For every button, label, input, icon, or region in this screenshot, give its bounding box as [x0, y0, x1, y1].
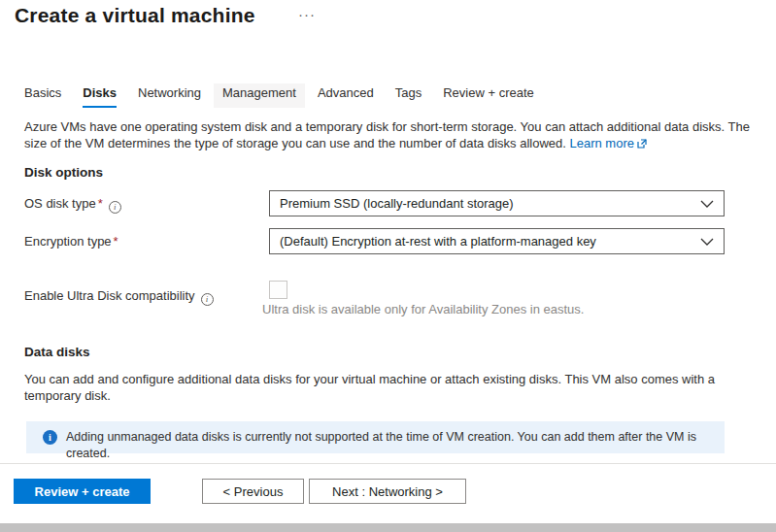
review-create-button[interactable]: Review + create	[14, 479, 151, 504]
chevron-down-icon	[700, 200, 714, 208]
info-banner-icon: i	[43, 430, 57, 445]
encryption-type-label-text: Encryption type	[24, 234, 112, 249]
wizard-tabs: Basics Disks Networking Management Advan…	[24, 83, 556, 108]
os-disk-type-value: Premium SSD (locally-redundant storage)	[280, 196, 692, 211]
encryption-type-label: Encryption type*	[24, 234, 118, 249]
wizard-footer: Review + create < Previous Next : Networ…	[0, 463, 776, 523]
os-disk-type-label: OS disk type*i	[24, 196, 121, 214]
tab-disks[interactable]: Disks	[83, 83, 117, 108]
encryption-type-dropdown[interactable]: (Default) Encryption at-rest with a plat…	[269, 228, 725, 254]
next-networking-button[interactable]: Next : Networking >	[309, 479, 466, 504]
info-banner: i Adding unmanaged data disks is current…	[26, 421, 725, 453]
data-disks-heading: Data disks	[24, 345, 90, 359]
tab-advanced[interactable]: Advanced	[318, 83, 374, 108]
tab-review-create[interactable]: Review + create	[443, 83, 534, 108]
ultra-disk-label-text: Enable Ultra Disk compatibility	[24, 288, 195, 303]
taskbar-strip	[0, 523, 776, 532]
data-disks-description: You can add and configure additional dat…	[24, 371, 762, 404]
chevron-down-icon	[700, 238, 714, 246]
external-link-icon	[637, 139, 647, 149]
previous-button[interactable]: < Previous	[202, 479, 304, 504]
more-actions-button[interactable]: ···	[298, 6, 316, 22]
ultra-disk-label: Enable Ultra Disk compatibilityi	[24, 288, 214, 306]
learn-more-label: Learn more	[570, 136, 634, 150]
learn-more-link[interactable]: Learn more	[570, 136, 647, 150]
required-asterisk: *	[98, 196, 103, 211]
disks-intro-text: Azure VMs have one operating system disk…	[24, 118, 755, 151]
tab-basics[interactable]: Basics	[24, 83, 61, 108]
info-icon[interactable]: i	[109, 201, 121, 214]
tab-management[interactable]: Management	[214, 83, 305, 108]
os-disk-type-label-text: OS disk type	[24, 196, 96, 211]
info-icon[interactable]: i	[201, 293, 214, 306]
tab-tags[interactable]: Tags	[395, 83, 422, 108]
encryption-type-value: (Default) Encryption at-rest with a plat…	[280, 234, 692, 249]
ultra-disk-hint: Ultra disk is available only for Availab…	[262, 302, 584, 316]
disk-options-heading: Disk options	[24, 165, 103, 180]
info-banner-text: Adding unmanaged data disks is currently…	[66, 429, 707, 461]
create-vm-page: Create a virtual machine ··· Basics Disk…	[0, 0, 776, 532]
page-title: Create a virtual machine	[15, 4, 255, 27]
os-disk-type-dropdown[interactable]: Premium SSD (locally-redundant storage)	[269, 190, 725, 216]
tab-networking[interactable]: Networking	[138, 83, 201, 108]
ultra-disk-checkbox[interactable]	[269, 281, 287, 299]
required-asterisk: *	[114, 234, 118, 249]
